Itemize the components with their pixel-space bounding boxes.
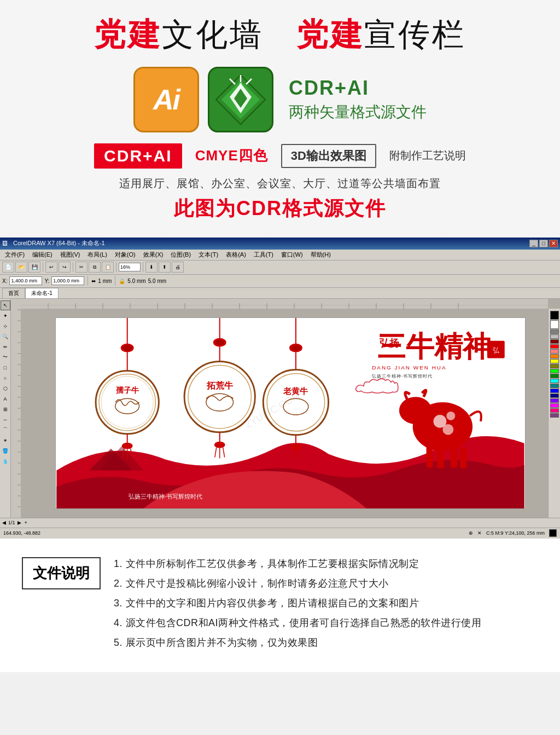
menu-help[interactable]: 帮助(H) bbox=[307, 250, 335, 259]
cdr-window: 🖼 CorelDRAW X7 (64-Bit) - 未命名-1 _ □ ✕ 文件… bbox=[0, 238, 560, 539]
add-page[interactable]: + bbox=[25, 520, 27, 525]
prop-sep2 bbox=[115, 276, 115, 286]
tool-select[interactable]: ↖ bbox=[1, 300, 10, 310]
tool-crop[interactable]: ⊹ bbox=[1, 321, 10, 331]
swatch-olive[interactable] bbox=[550, 364, 559, 368]
tb-redo[interactable]: ↪ bbox=[59, 262, 71, 273]
tb-export[interactable]: ⬆ bbox=[159, 262, 171, 273]
svg-rect-28 bbox=[21, 299, 548, 309]
swatch-navy[interactable] bbox=[550, 393, 559, 398]
menu-edit[interactable]: 编辑(E) bbox=[28, 250, 56, 259]
menu-text[interactable]: 文本(T) bbox=[195, 250, 222, 259]
swatch-blue[interactable] bbox=[550, 389, 559, 393]
tb-import[interactable]: ⬇ bbox=[145, 262, 158, 273]
cdr-top-ruler bbox=[21, 299, 548, 309]
tb-cut[interactable]: ✂ bbox=[75, 262, 88, 273]
maximize-button[interactable]: □ bbox=[539, 240, 548, 247]
tb-new[interactable]: 📄 bbox=[2, 262, 14, 273]
page-indicator: 1/1 bbox=[8, 520, 15, 525]
svg-rect-96 bbox=[437, 447, 444, 468]
app-icon: 🖼 bbox=[2, 240, 8, 246]
tb-save[interactable]: 💾 bbox=[28, 262, 40, 273]
swatch-magenta[interactable] bbox=[550, 403, 559, 408]
svg-text:弘扬: 弘扬 bbox=[380, 337, 399, 348]
prop-label-w: 1 mm bbox=[98, 278, 112, 284]
swatch-maroon[interactable] bbox=[550, 339, 559, 344]
desc-list: 1. 文件中所标制作工艺仅供参考，具体制作工艺要根据实际情况制定 2. 文件尺寸… bbox=[114, 554, 538, 652]
prop-x-input[interactable] bbox=[9, 276, 42, 285]
tool-ellipse[interactable]: ○ bbox=[1, 373, 10, 383]
page-prev[interactable]: ◀ bbox=[2, 520, 6, 525]
swatch-black[interactable] bbox=[550, 311, 559, 320]
tool-table[interactable]: ⊞ bbox=[1, 404, 10, 414]
cdr-title-text: CorelDRAW X7 (64-Bit) - 未命名-1 bbox=[11, 239, 528, 247]
status-coords: 164.930, -48.882 bbox=[3, 530, 40, 536]
prop-lock-icon: 🔒 bbox=[119, 278, 125, 284]
swatch-white[interactable] bbox=[550, 320, 559, 329]
swatch-orange[interactable] bbox=[550, 354, 559, 358]
tb-copy[interactable]: ⧉ bbox=[89, 262, 101, 273]
minimize-button[interactable]: _ bbox=[529, 240, 538, 247]
prop-label-h: 5.0 mm bbox=[127, 278, 145, 284]
desc-label: 文件说明 bbox=[22, 557, 101, 589]
swatch-yellow[interactable] bbox=[550, 359, 559, 363]
menu-view[interactable]: 视图(V) bbox=[56, 250, 84, 259]
desc-section: 文件说明 1. 文件中所标制作工艺仅供参考，具体制作工艺要根据实际情况制定 2.… bbox=[0, 539, 560, 672]
swatch-pink[interactable] bbox=[550, 408, 559, 413]
tool-effects[interactable]: ✴ bbox=[1, 436, 10, 445]
tb-sep3 bbox=[116, 262, 116, 272]
tb-print[interactable]: 🖨 bbox=[172, 262, 184, 273]
tb-undo[interactable]: ↩ bbox=[45, 262, 57, 273]
tool-smartdraw[interactable]: 〜 bbox=[1, 352, 10, 362]
zoom-input[interactable] bbox=[119, 263, 141, 271]
menu-file[interactable]: 文件(F) bbox=[1, 250, 28, 259]
svg-text:DANG JIAN WEN HUA: DANG JIAN WEN HUA bbox=[372, 364, 447, 371]
ai-icon: Ai bbox=[133, 67, 199, 132]
menu-tools[interactable]: 工具(T) bbox=[250, 250, 277, 259]
menu-table[interactable]: 表格(A) bbox=[222, 250, 250, 259]
svg-point-101 bbox=[442, 424, 453, 435]
page-wrapper: 党建文化墙 党建宣传栏 Ai bbox=[0, 0, 560, 672]
tool-polygon[interactable]: ⬡ bbox=[1, 384, 10, 393]
page-next[interactable]: ▶ bbox=[18, 520, 21, 525]
tool-rect[interactable]: □ bbox=[1, 363, 10, 373]
tb-open[interactable]: 📂 bbox=[15, 262, 27, 273]
canvas-nav: ◀ 1/1 ▶ + bbox=[0, 518, 560, 528]
swatch-teal[interactable] bbox=[550, 384, 559, 388]
format-line1: CDR+AI bbox=[289, 77, 427, 100]
tool-connect[interactable]: ⌒ bbox=[1, 425, 10, 435]
close-button[interactable]: ✕ bbox=[549, 240, 558, 247]
menu-object[interactable]: 对象(O) bbox=[111, 250, 139, 259]
tool-eyedrop[interactable]: 💧 bbox=[1, 456, 10, 466]
tool-dimension[interactable]: ↔ bbox=[1, 415, 10, 425]
cdr-work-area: ↖ ✦ ⊹ 🔍 ✏ 〜 □ ○ ⬡ A ⊞ ↔ ⌒ ✴ 🪣 💧 bbox=[0, 299, 560, 518]
tool-zoom[interactable]: 🔍 bbox=[1, 332, 10, 342]
swatch-lightred[interactable] bbox=[550, 349, 559, 354]
tool-text[interactable]: A bbox=[1, 394, 10, 404]
swatch-red[interactable] bbox=[550, 344, 559, 349]
tab-home[interactable]: 首页 bbox=[2, 288, 25, 298]
menu-layout[interactable]: 布局(L) bbox=[84, 250, 110, 259]
swatch-purple-blue[interactable] bbox=[550, 398, 559, 403]
swatch-gray[interactable] bbox=[550, 329, 559, 334]
tool-shape[interactable]: ✦ bbox=[1, 311, 10, 321]
tb-sep4 bbox=[143, 262, 143, 272]
swatch-purple[interactable] bbox=[550, 413, 559, 418]
tab-document[interactable]: 未命名-1 bbox=[25, 288, 59, 298]
tool-fill[interactable]: 🪣 bbox=[1, 446, 10, 456]
header-section: 党建文化墙 党建宣传栏 Ai bbox=[0, 0, 560, 238]
tool-freehand[interactable]: ✏ bbox=[1, 342, 10, 352]
menu-window[interactable]: 窗口(W) bbox=[277, 250, 307, 259]
tb-sep1 bbox=[43, 262, 43, 272]
prop-y-input[interactable] bbox=[51, 276, 84, 285]
menu-effects[interactable]: 效果(X) bbox=[139, 250, 167, 259]
cdr-toolbar2: X: Y: ⬌ 1 mm 🔒 5.0 mm 5.0 mm bbox=[0, 275, 560, 288]
tb-paste[interactable]: 📋 bbox=[102, 262, 114, 273]
swatch-lime[interactable] bbox=[550, 369, 559, 373]
menu-bitmap[interactable]: 位图(B) bbox=[167, 250, 195, 259]
swatch-cyan[interactable] bbox=[550, 379, 559, 383]
swatch-silver[interactable] bbox=[550, 334, 559, 339]
swatch-green[interactable] bbox=[550, 374, 559, 378]
svg-rect-95 bbox=[427, 445, 433, 467]
cdr-canvas-area: 孺子牛 bbox=[21, 299, 560, 518]
